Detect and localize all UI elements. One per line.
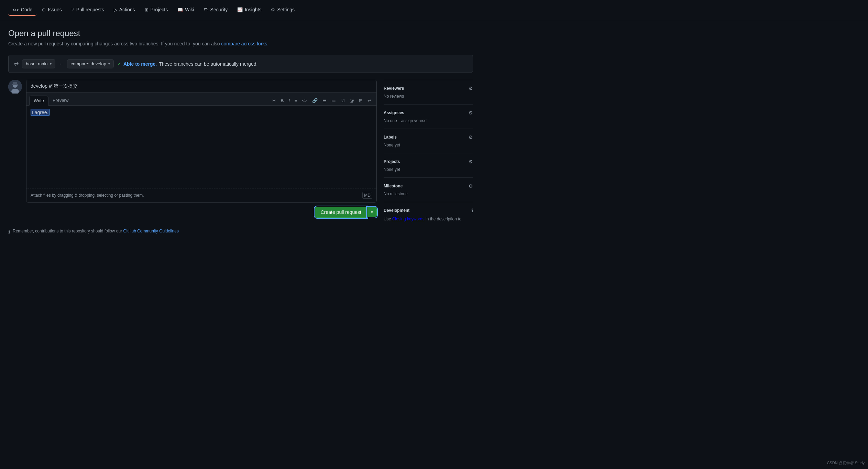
tab-preview[interactable]: Preview <box>48 96 73 106</box>
projects-header: Projects ⚙ <box>384 159 473 164</box>
code-icon: </> <box>12 7 19 12</box>
attach-instructions: Attach files by dragging & dropping, sel… <box>31 193 144 198</box>
security-icon: 🛡 <box>204 7 208 12</box>
undo-icon[interactable]: ↩ <box>366 97 372 104</box>
numbered-list-icon[interactable]: ≔ <box>330 97 337 104</box>
nav-item-projects[interactable]: ⊞ Projects <box>141 4 172 16</box>
projects-title: Projects <box>384 159 400 164</box>
nav-item-settings[interactable]: ⚙ Settings <box>267 4 299 16</box>
milestone-title: Milestone <box>384 184 403 188</box>
compare-branches-icon: ⇄ <box>14 61 19 67</box>
merge-status: ✓ Able to merge. These branches can be a… <box>117 61 257 67</box>
projects-value: None yet <box>384 167 473 172</box>
pr-editor-form: Write Preview H B I ≡ <> 🔗 ☰ ≔ ☑ @ <box>26 80 377 203</box>
community-guidelines-link[interactable]: GitHub Community Guidelines <box>123 229 179 233</box>
pr-title-input[interactable] <box>26 80 376 93</box>
nav-item-security-label: Security <box>210 7 228 12</box>
editor-body[interactable]: I agree. <box>26 106 376 188</box>
remember-text: Remember, contributions to this reposito… <box>13 229 179 233</box>
info-circle-icon: ℹ <box>8 229 10 235</box>
base-branch-label: base: main <box>26 61 48 66</box>
nav-item-actions-label: Actions <box>119 7 135 12</box>
cross-ref-icon[interactable]: ⊞ <box>358 97 364 104</box>
development-title: Development <box>384 208 409 213</box>
italic-icon[interactable]: I <box>287 97 291 104</box>
nav-item-projects-label: Projects <box>151 7 168 12</box>
reviewers-value: No reviews <box>384 94 473 99</box>
strikethrough-icon[interactable]: ≡ <box>294 97 298 104</box>
compare-bar: ⇄ base: main ▾ ← compare: develop ▾ ✓ Ab… <box>8 55 473 73</box>
tab-write[interactable]: Write <box>29 96 48 106</box>
nav-item-wiki[interactable]: 📖 Wiki <box>173 4 198 16</box>
base-branch-chevron-icon: ▾ <box>50 62 52 66</box>
pr-layout: Write Preview H B I ≡ <> 🔗 ☰ ≔ ☑ @ <box>8 80 473 235</box>
assignees-gear-icon[interactable]: ⚙ <box>469 110 473 116</box>
able-to-merge-label: Able to merge. <box>123 61 157 67</box>
top-nav: </> Code ⊙ Issues ⑂ Pull requests ▷ Acti… <box>0 0 868 20</box>
reviewers-title: Reviewers <box>384 86 404 91</box>
markdown-icon: MD <box>362 192 372 199</box>
milestone-gear-icon[interactable]: ⚙ <box>469 183 473 189</box>
svg-rect-4 <box>13 82 17 84</box>
milestone-header: Milestone ⚙ <box>384 183 473 189</box>
nav-item-issues[interactable]: ⊙ Issues <box>38 4 66 16</box>
create-pull-request-dropdown-button[interactable]: ▾ <box>367 207 377 217</box>
nav-item-insights[interactable]: 📈 Insights <box>233 4 265 16</box>
compare-forks-link[interactable]: compare across forks. <box>221 41 268 46</box>
insights-icon: 📈 <box>237 7 243 12</box>
development-header: Development ℹ <box>384 208 473 213</box>
assignees-title: Assignees <box>384 110 404 115</box>
remember-bar: ℹ Remember, contributions to this reposi… <box>8 229 377 235</box>
create-pull-request-button[interactable]: Create pull request <box>315 207 367 218</box>
development-info-icon[interactable]: ℹ <box>471 208 473 213</box>
avatar <box>8 80 22 94</box>
settings-icon: ⚙ <box>271 7 275 12</box>
pr-form: Write Preview H B I ≡ <> 🔗 ☰ ≔ ☑ @ <box>8 80 377 235</box>
code-inline-icon[interactable]: <> <box>301 97 308 104</box>
sidebar-assignees: Assignees ⚙ No one—assign yourself <box>384 104 473 129</box>
sidebar-reviewers: Reviewers ⚙ No reviews <box>384 80 473 104</box>
mention-icon[interactable]: @ <box>349 97 355 104</box>
sidebar-labels: Labels ⚙ None yet <box>384 129 473 153</box>
development-text: Use Closing keywords in the description … <box>384 216 473 222</box>
wiki-icon: 📖 <box>177 7 183 12</box>
nav-item-code[interactable]: </> Code <box>8 4 36 16</box>
sidebar-milestone: Milestone ⚙ No milestone <box>384 177 473 202</box>
subtitle-pre-text: Create a new pull request by comparing c… <box>8 41 220 46</box>
form-footer: Create pull request ▾ <box>8 203 377 222</box>
bullet-list-icon[interactable]: ☰ <box>321 97 328 104</box>
merge-message: These branches can be automatically merg… <box>159 61 257 67</box>
task-list-icon[interactable]: ☑ <box>340 97 346 104</box>
compare-branch-label: compare: develop <box>71 61 106 66</box>
nav-item-issues-label: Issues <box>48 7 62 12</box>
projects-icon: ⊞ <box>145 7 149 12</box>
watermark: CSDN @初学者·Study <box>827 460 865 466</box>
bold-icon[interactable]: B <box>279 97 285 104</box>
nav-item-actions[interactable]: ▷ Actions <box>110 4 139 16</box>
sidebar-projects: Projects ⚙ None yet <box>384 153 473 177</box>
milestone-value: No milestone <box>384 192 473 196</box>
nav-item-pull-requests[interactable]: ⑂ Pull requests <box>67 4 108 16</box>
pr-form-inner: Write Preview H B I ≡ <> 🔗 ☰ ≔ ☑ @ <box>8 80 377 203</box>
base-branch-selector[interactable]: base: main ▾ <box>22 59 55 68</box>
nav-item-pull-requests-label: Pull requests <box>76 7 104 12</box>
compare-branch-chevron-icon: ▾ <box>108 62 110 66</box>
labels-gear-icon[interactable]: ⚙ <box>469 134 473 140</box>
check-icon: ✓ <box>117 61 121 67</box>
sidebar-development: Development ℹ Use Closing keywords in th… <box>384 202 473 228</box>
nav-item-security[interactable]: 🛡 Security <box>200 4 232 16</box>
closing-keywords-link[interactable]: Closing keywords <box>392 217 425 221</box>
editor-tabs: Write Preview H B I ≡ <> 🔗 ☰ ≔ ☑ @ <box>26 93 376 106</box>
arrow-right-icon: ← <box>59 61 64 67</box>
editor-toolbar: H B I ≡ <> 🔗 ☰ ≔ ☑ @ ⊞ ↩ <box>272 97 374 104</box>
heading-icon[interactable]: H <box>272 97 277 104</box>
projects-gear-icon[interactable]: ⚙ <box>469 159 473 164</box>
page-title: Open a pull request <box>8 29 473 38</box>
reviewers-gear-icon[interactable]: ⚙ <box>469 86 473 91</box>
assignees-value: No one—assign yourself <box>384 118 473 123</box>
nav-item-insights-label: Insights <box>245 7 261 12</box>
page-subtitle: Create a new pull request by comparing c… <box>8 41 473 46</box>
link-icon[interactable]: 🔗 <box>311 97 319 104</box>
compare-branch-selector[interactable]: compare: develop ▾ <box>67 59 114 68</box>
labels-header: Labels ⚙ <box>384 134 473 140</box>
